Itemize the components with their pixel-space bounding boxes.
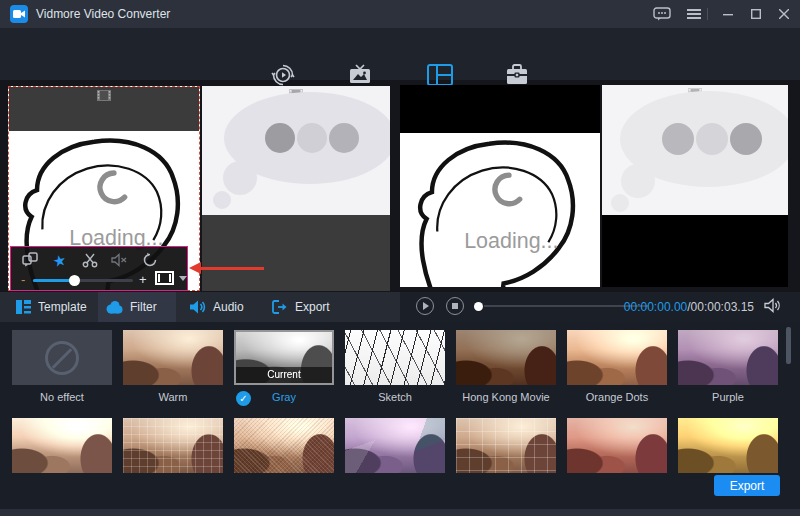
frame-border-toggle[interactable] — [155, 271, 174, 285]
volume-icon[interactable] — [764, 298, 782, 313]
filter-label-selected: Gray — [234, 391, 334, 403]
seek-handle[interactable] — [474, 302, 483, 311]
output-cell-brain-clip: Loading... — [400, 85, 600, 287]
filter-thumb-unlabeled-5[interactable] — [456, 418, 556, 473]
zoom-slider[interactable] — [33, 279, 133, 282]
audio-icon — [190, 300, 206, 314]
filter-thumb-orange-dots[interactable] — [567, 330, 667, 385]
tab-audio[interactable]: Audio — [182, 292, 252, 322]
clip-edit-toolbar: ★ - + — [10, 246, 188, 291]
filter-star-icon[interactable]: ★ — [49, 250, 69, 270]
maximize-button[interactable] — [746, 5, 766, 23]
filter-thumb-purple[interactable] — [678, 330, 778, 385]
zoom-slider-fill — [33, 279, 71, 282]
window-bottom-edge — [0, 509, 800, 516]
mute-speaker-icon[interactable] — [111, 252, 128, 269]
filter-thumb-no-effect[interactable] — [12, 330, 112, 385]
main-nav: Converter MV Collage Toolbox — [0, 28, 800, 80]
no-effect-icon — [45, 341, 79, 375]
annotation-arrow-head — [189, 262, 201, 274]
tab-export[interactable]: Export — [264, 292, 338, 322]
template-icon — [16, 300, 31, 314]
minimize-button[interactable] — [718, 5, 738, 23]
filter-label: Purple — [678, 391, 778, 403]
current-badge: Current — [236, 367, 332, 383]
playback-bar: 00:00:00.00/00:00:03.15 — [400, 292, 800, 322]
zoom-out-button[interactable]: - — [21, 272, 25, 287]
letterbox-bar — [202, 215, 390, 291]
filter-thumb-unlabeled-3[interactable] — [234, 418, 334, 473]
filter-scrollbar[interactable] — [786, 327, 791, 364]
zoom-in-button[interactable]: + — [139, 272, 147, 287]
loading-text-right: Loading... — [464, 229, 558, 253]
zoom-slider-row: - + — [19, 271, 183, 289]
app-logo-icon — [10, 5, 28, 23]
current-time: 00:00:00.00 — [624, 300, 687, 314]
total-duration: 00:00:03.15 — [691, 300, 754, 314]
trim-scissors-icon[interactable] — [81, 252, 98, 269]
filter-thumb-unlabeled-2[interactable] — [123, 418, 223, 473]
tab-label: Audio — [213, 300, 244, 314]
letterbox-bar — [602, 215, 788, 287]
tab-label: Filter — [130, 300, 157, 314]
filter-panel: Current — [0, 322, 800, 509]
reset-rotate-icon[interactable] — [141, 252, 158, 269]
filter-label: Sketch — [345, 391, 445, 403]
filter-label: Warm — [123, 391, 223, 403]
editor-cell-bubble-clip[interactable] — [202, 86, 390, 291]
output-cell-bubble-clip — [602, 85, 788, 287]
close-button[interactable] — [774, 5, 794, 23]
tab-template[interactable]: Template — [8, 292, 95, 322]
export-icon — [272, 300, 288, 314]
filter-thumb-hong-kong-movie[interactable] — [456, 330, 556, 385]
app-title: Vidmore Video Converter — [36, 7, 170, 21]
annotation-arrow-shaft — [200, 267, 264, 270]
swap-clip-icon[interactable] — [21, 252, 38, 269]
titlebar-divider — [707, 8, 708, 20]
filter-label: No effect — [12, 391, 112, 403]
filter-thumb-unlabeled-7[interactable] — [678, 418, 778, 473]
titlebar: Vidmore Video Converter — [0, 0, 800, 28]
filter-label: Orange Dots — [567, 391, 667, 403]
letterbox-bar — [400, 85, 600, 133]
time-display: 00:00:00.00/00:00:03.15 — [624, 300, 754, 314]
app-window: Vidmore Video Converter Converter MV — [0, 0, 800, 516]
filter-thumb-sketch[interactable] — [345, 330, 445, 385]
filter-thumb-unlabeled-6[interactable] — [567, 418, 667, 473]
play-button[interactable] — [416, 297, 434, 315]
tab-filter[interactable]: Filter — [98, 292, 176, 322]
filter-thumb-warm[interactable] — [123, 330, 223, 385]
zoom-slider-knob[interactable] — [69, 275, 80, 286]
filter-thumb-unlabeled-4[interactable] — [345, 418, 445, 473]
chevron-down-icon[interactable] — [179, 276, 187, 281]
stop-button[interactable] — [446, 297, 464, 315]
speech-bubble-graphic — [602, 85, 788, 215]
export-button[interactable]: Export — [714, 475, 780, 496]
mv-icon — [324, 62, 396, 88]
filter-thumb-gray[interactable]: Current — [234, 330, 334, 385]
editor-tabstrip: Template Filter Audio Export — [0, 292, 400, 322]
speech-bubble-graphic — [202, 86, 390, 215]
feedback-chat-icon[interactable] — [652, 5, 672, 23]
menu-hamburger-icon[interactable] — [684, 5, 704, 23]
filter-icon — [106, 301, 123, 314]
tab-label: Export — [295, 300, 330, 314]
tab-label: Template — [38, 300, 87, 314]
filter-label: Hong Kong Movie — [456, 391, 556, 403]
brain-loading-graphic: Loading... — [400, 133, 600, 287]
filter-thumb-unlabeled-1[interactable] — [12, 418, 112, 473]
converter-icon — [247, 62, 319, 88]
film-clip-icon — [97, 90, 111, 101]
